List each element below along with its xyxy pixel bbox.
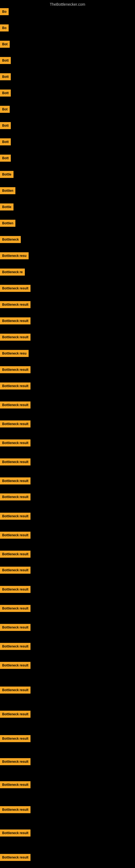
list-item: Bott xyxy=(0,90,11,97)
label-box: Bottleneck result xyxy=(0,735,31,742)
label-box: Bottleneck result xyxy=(0,854,31,861)
label-box: Bo xyxy=(0,24,9,31)
label-box: Bottleneck result xyxy=(0,567,31,574)
list-item: Bottleneck result xyxy=(0,781,31,788)
list-item: Bottleneck result xyxy=(0,806,31,813)
label-box: Bottleneck result xyxy=(0,686,31,693)
list-item: Bo xyxy=(0,24,9,31)
label-box: Bottleneck result xyxy=(0,458,31,465)
site-title: TheBottlenecker.com xyxy=(0,0,135,8)
label-box: Bottleneck result xyxy=(0,439,31,446)
label-box: Bot xyxy=(0,106,10,113)
list-item: Bott xyxy=(0,122,11,129)
list-item: Bottleneck re xyxy=(0,269,25,276)
label-box: Bottleneck result xyxy=(0,382,31,390)
list-item: Bottleneck result xyxy=(0,686,31,693)
list-item: Bottleneck result xyxy=(0,662,31,669)
list-item: Bottleneck resu xyxy=(0,350,29,357)
label-box: Bottleneck resu xyxy=(0,350,29,357)
list-item: Bottleneck result xyxy=(0,334,31,341)
list-item: Bottleneck result xyxy=(0,439,31,446)
list-item: Bottleneck result xyxy=(0,758,31,765)
label-box: Bottleneck result xyxy=(0,421,31,428)
label-box: Bottleneck result xyxy=(0,477,31,485)
list-item: Bottleneck result xyxy=(0,711,31,718)
label-box: Bottlen xyxy=(0,220,15,227)
label-box: Bott xyxy=(0,122,11,129)
list-item: Bott xyxy=(0,138,11,145)
list-item: Bottleneck result xyxy=(0,285,31,292)
list-item: Bottleneck result xyxy=(0,532,31,539)
list-item: Bottleneck result xyxy=(0,382,31,390)
label-box: Bottleneck result xyxy=(0,551,31,558)
label-box: Bottleneck result xyxy=(0,624,31,631)
label-box: Bottleneck xyxy=(0,236,21,243)
label-box: Bottleneck result xyxy=(0,366,31,373)
label-box: Bottleneck result xyxy=(0,285,31,292)
list-item: Bottleneck result xyxy=(0,586,31,593)
list-item: Bottleneck result xyxy=(0,401,31,408)
label-box: Bot xyxy=(0,41,10,48)
list-item: Bottle xyxy=(0,171,13,178)
label-box: Bott xyxy=(0,90,11,97)
label-box: Bottleneck re xyxy=(0,269,25,276)
label-box: Bottleneck result xyxy=(0,334,31,341)
list-item: Bottleneck result xyxy=(0,458,31,465)
list-item: Bott xyxy=(0,57,11,64)
label-box: Bottleneck result xyxy=(0,711,31,718)
label-box: Bott xyxy=(0,138,11,145)
label-box: Bottleneck result xyxy=(0,513,31,520)
list-item: Bottleneck result xyxy=(0,421,31,428)
list-item: Bottleneck result xyxy=(0,605,31,612)
label-box: Bottle xyxy=(0,204,13,211)
label-box: Bottleneck result xyxy=(0,532,31,539)
list-item: Bottleneck resu xyxy=(0,252,29,259)
list-item: Bottleneck result xyxy=(0,830,31,837)
list-item: Bottlen xyxy=(0,220,15,227)
list-item: Bottle xyxy=(0,204,13,211)
label-box: Bott xyxy=(0,73,11,80)
list-item: Bott xyxy=(0,73,11,80)
label-box: Bottleneck result xyxy=(0,401,31,408)
label-box: Bo xyxy=(0,8,9,15)
list-item: Bottleneck result xyxy=(0,513,31,520)
list-item: Bottleneck result xyxy=(0,643,31,650)
label-box: Bottleneck result xyxy=(0,758,31,765)
list-item: Bottleneck xyxy=(0,236,21,243)
label-box: Bottleneck result xyxy=(0,301,31,308)
list-item: Bottleneck result xyxy=(0,317,31,324)
label-box: Bottleneck result xyxy=(0,830,31,837)
list-item: Bo xyxy=(0,8,9,15)
list-item: Bottleneck result xyxy=(0,493,31,500)
label-box: Bottleneck result xyxy=(0,317,31,324)
list-item: Bottleneck result xyxy=(0,624,31,631)
label-box: Bottleneck result xyxy=(0,662,31,669)
list-item: Bottlen xyxy=(0,187,15,194)
label-box: Bott xyxy=(0,57,11,64)
list-item: Bottleneck result xyxy=(0,567,31,574)
label-box: Bottleneck result xyxy=(0,605,31,612)
list-item: Bottleneck result xyxy=(0,301,31,308)
label-box: Bottleneck result xyxy=(0,493,31,500)
list-item: Bottleneck result xyxy=(0,477,31,485)
label-box: Bottlen xyxy=(0,187,15,194)
list-item: Bottleneck result xyxy=(0,366,31,373)
label-box: Bottleneck result xyxy=(0,781,31,788)
list-item: Bottleneck result xyxy=(0,551,31,558)
list-item: Bottleneck result xyxy=(0,735,31,742)
list-item: Bot xyxy=(0,41,10,48)
label-box: Bottleneck result xyxy=(0,806,31,813)
list-item: Bot xyxy=(0,106,10,113)
label-box: Bottleneck resu xyxy=(0,252,29,259)
list-item: Bott xyxy=(0,155,11,162)
label-box: Bottleneck result xyxy=(0,586,31,593)
label-box: Bottleneck result xyxy=(0,643,31,650)
list-item: Bottleneck result xyxy=(0,854,31,861)
label-box: Bott xyxy=(0,155,11,162)
label-box: Bottle xyxy=(0,171,13,178)
